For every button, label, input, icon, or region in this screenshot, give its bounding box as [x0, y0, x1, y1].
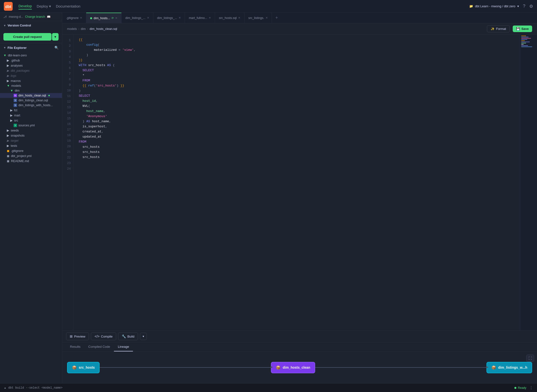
- code-line-2: config(: [79, 43, 515, 48]
- file-explorer-header: ▼ File Explorer 🔍: [0, 43, 62, 52]
- tree-item-snapshots[interactable]: ▶ snapshots: [0, 133, 62, 138]
- status-ready: Ready: [514, 386, 526, 390]
- tree-item-readme[interactable]: ◼ README.md: [0, 158, 62, 164]
- tree-item-dim-listings-clean[interactable]: S dim_listings_clean.sql: [0, 98, 62, 103]
- tab-dim-listings-1[interactable]: dim_listings_... ✕: [121, 13, 153, 23]
- line-numbers: 1 2 3 4 5 6 7 8 9 10 11 12 13 14 15 16 1…: [62, 35, 74, 330]
- lineage-node-dim-listings-w[interactable]: 📦 dim_listings_w...h: [486, 362, 532, 373]
- code-line-9: FROM: [79, 78, 515, 83]
- tree-item-github[interactable]: ▶ .github: [0, 58, 62, 63]
- wrench-icon: 🔧: [122, 334, 126, 338]
- code-line-20: updated_at: [79, 134, 515, 139]
- code-line-12: SELECT: [79, 94, 515, 99]
- close-icon[interactable]: ✕: [266, 16, 268, 19]
- add-tab-button[interactable]: +: [272, 13, 281, 23]
- tree-item-dbt-learn-zero[interactable]: ▼ dbt-learn-zero: [0, 53, 62, 58]
- version-control-header[interactable]: ▼ Version Control: [3, 24, 59, 27]
- code-line-21: FROM: [79, 139, 515, 145]
- cube-icon: 📦: [491, 365, 496, 370]
- tab-dim-listings-2[interactable]: dim_listings_... ✕: [153, 13, 185, 23]
- chevron-up-icon[interactable]: ▲: [4, 386, 6, 389]
- folder-open-icon: ▼: [10, 89, 13, 92]
- project-selector[interactable]: 📁 dbt Learn - mwong / dbt zero ▾: [469, 4, 519, 8]
- tree-item-dim-hosts-clean[interactable]: M dim_hosts_clean.sql: [0, 93, 62, 98]
- close-icon[interactable]: ✕: [80, 16, 82, 19]
- folder-open-icon: ▼: [3, 54, 6, 57]
- cube-icon: 📦: [276, 365, 281, 370]
- tree-item-sources-yml[interactable]: Y sources.yml: [0, 123, 62, 128]
- tab-mart-fullmo[interactable]: mart_fullmo... ✕: [185, 13, 215, 23]
- top-nav: dbt Develop Deploy ▾ Documentation 📁 dbt…: [0, 0, 537, 13]
- format-button[interactable]: ✨ Format: [487, 25, 510, 32]
- tree-item-gitignore[interactable]: ◼ .gitignore: [0, 148, 62, 153]
- compile-button[interactable]: </> Compile: [91, 332, 116, 340]
- save-button[interactable]: 💾 Save: [513, 26, 532, 32]
- code-content[interactable]: {{ config( materialized = 'view', ) }} W…: [74, 35, 520, 330]
- breadcrumb-dim[interactable]: dim: [81, 27, 86, 31]
- folder-icon: ▶: [7, 144, 9, 148]
- tab-src-listings[interactable]: src_listings. ✕: [244, 13, 272, 23]
- tree-item-dim-listings-with-hosts[interactable]: S dim_listings_with_hosts...: [0, 103, 62, 108]
- folder-icon: ▶: [7, 59, 9, 62]
- file-icon: ◼: [7, 159, 9, 163]
- tree-item-macros[interactable]: ▶ macros: [0, 78, 62, 83]
- ellipsis-icon[interactable]: ⋮: [529, 385, 533, 390]
- fullscreen-button[interactable]: ⛶: [526, 355, 534, 362]
- folder-open-icon: ▼: [7, 84, 10, 87]
- code-line-13: host_id,: [79, 99, 515, 104]
- close-icon[interactable]: ✕: [238, 16, 240, 19]
- status-right: Ready ⋮: [514, 385, 533, 390]
- build-dropdown-button[interactable]: ▾: [140, 333, 147, 340]
- tree-item-models[interactable]: ▼ models: [0, 83, 62, 88]
- save-icon: 💾: [516, 27, 520, 31]
- settings-button[interactable]: ⚙: [529, 4, 533, 9]
- tree-item-src[interactable]: ▶ src: [0, 118, 62, 123]
- code-line-7: SELECT: [79, 68, 515, 73]
- tab-compiled-code[interactable]: Compiled Code: [84, 342, 114, 351]
- tree-item-logs[interactable]: ▶ logs: [0, 73, 62, 78]
- tab-gitignore[interactable]: .gitignore ✕: [62, 13, 86, 23]
- tab-lineage[interactable]: Lineage: [114, 342, 133, 351]
- code-line-19: created_at,: [79, 129, 515, 134]
- nav-develop[interactable]: Develop: [18, 3, 32, 9]
- tab-src-hosts[interactable]: src_hosts.sql ✕: [215, 13, 244, 23]
- close-icon[interactable]: ✕: [209, 16, 211, 19]
- search-icon[interactable]: 🔍: [54, 46, 59, 50]
- build-button[interactable]: 🔧 Build: [118, 332, 138, 340]
- folder-icon: ▶: [7, 134, 9, 137]
- code-editor[interactable]: 1 2 3 4 5 6 7 8 9 10 11 12 13 14 15 16 1…: [62, 35, 537, 330]
- breadcrumb: models › dim › dim_hosts_clean.sql: [67, 27, 117, 31]
- lineage-node-dim-hosts-clean[interactable]: 📦 dim_hosts_clean: [271, 362, 315, 373]
- pr-dropdown-button[interactable]: ▾: [52, 33, 59, 41]
- tree-item-dbt-packages[interactable]: ▶ dbt_packages: [0, 68, 62, 73]
- tree-item-target[interactable]: ▶ target: [0, 138, 62, 143]
- folder-icon: ▶: [10, 113, 13, 117]
- branch-bar: ⎇ mwong-d... Change branch 📖: [0, 13, 62, 21]
- close-icon[interactable]: ✕: [179, 16, 181, 19]
- tree-item-analyses[interactable]: ▶ analyses: [0, 63, 62, 68]
- lineage-node-src-hosts[interactable]: 📦 src_hosts: [67, 362, 100, 373]
- code-line-16: 'Anonymous': [79, 114, 515, 119]
- change-branch-link[interactable]: Change branch: [25, 15, 45, 18]
- nav-documentation[interactable]: Documentation: [56, 3, 80, 9]
- code-line-11: ): [79, 88, 515, 94]
- nav-deploy[interactable]: Deploy ▾: [37, 3, 51, 9]
- tree-item-mart[interactable]: ▶ mart: [0, 113, 62, 118]
- preview-button[interactable]: ⊞ Preview: [66, 332, 89, 340]
- tree-item-dim[interactable]: ▼ dim: [0, 88, 62, 93]
- status-ready-label: Ready: [518, 386, 526, 390]
- breadcrumb-models[interactable]: models: [67, 27, 77, 31]
- close-icon[interactable]: ✕: [147, 16, 149, 19]
- help-button[interactable]: ?: [523, 4, 525, 9]
- code-line-18: is_superhost,: [79, 124, 515, 129]
- file-explorer-title[interactable]: ▼ File Explorer: [3, 46, 27, 50]
- tree-item-dbt-project-yml[interactable]: ◼ dbt_project.yml: [0, 153, 62, 158]
- tree-item-seeds[interactable]: ▶ seeds: [0, 128, 62, 133]
- tree-item-tests[interactable]: ▶ tests: [0, 143, 62, 148]
- create-pr-button[interactable]: Create pull request: [3, 33, 52, 41]
- tree-item-fct[interactable]: ▶ fct: [0, 108, 62, 113]
- tab-results[interactable]: Results: [66, 342, 84, 351]
- tab-dim-hosts[interactable]: dim_hosts... ⟳ ✕: [86, 13, 121, 23]
- breadcrumb-file[interactable]: dim_hosts_clean.sql: [90, 27, 117, 31]
- close-icon[interactable]: ✕: [115, 17, 117, 20]
